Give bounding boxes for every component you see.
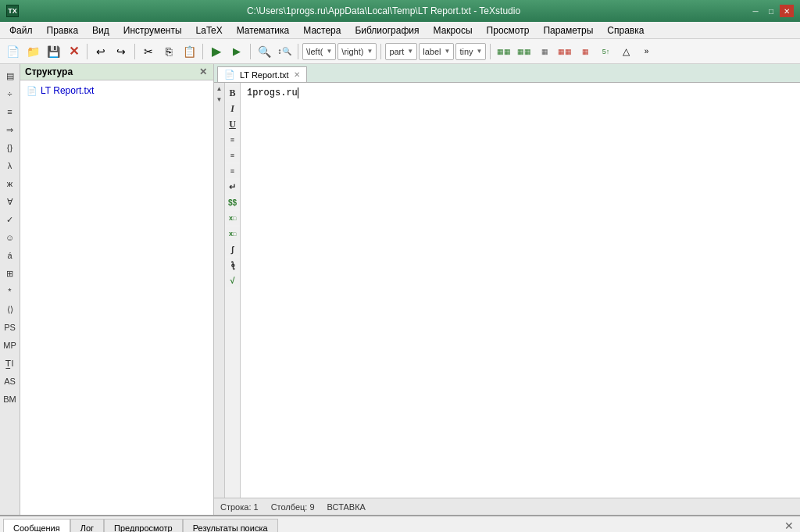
tab-icon: 📄 (224, 70, 235, 80)
align-right-button[interactable]: ≡ (226, 164, 240, 178)
sidebar-icon-15[interactable]: MP (2, 337, 19, 354)
sidebar-icon-18[interactable]: BM (2, 391, 19, 408)
insert-mode: ВСТАВКА (327, 502, 366, 512)
menu-item-просмотр[interactable]: Просмотр (480, 23, 536, 37)
paste-button[interactable]: 📋 (180, 42, 198, 61)
undo-button[interactable]: ↩ (91, 42, 110, 61)
sidebar-icon-3[interactable]: ⇒ (2, 121, 19, 138)
structure-panel: Структура ✕ 📄 LT Report.txt (20, 64, 214, 515)
math-inline-button[interactable]: $$ (226, 195, 240, 209)
bottom-tab-preview[interactable]: Предпросмотр (104, 519, 183, 532)
structure-file-name: LT Report.txt (41, 85, 94, 96)
integral-button[interactable]: ∫ (226, 242, 240, 256)
right-bracket-dropdown[interactable]: \right) ▼ (338, 43, 377, 60)
format-toolbar: B I U ≡ ≡ ≡ ↵ $$ x□ x□ ∫ ∮ √ (225, 83, 241, 498)
menu-item-математика[interactable]: Математика (230, 23, 296, 37)
align-center-button[interactable]: ≡ (226, 148, 240, 162)
menu-item-latex[interactable]: LaTeX (190, 23, 229, 37)
sidebar-icon-8[interactable]: ✓ (2, 211, 19, 228)
bottom-tab-search-results[interactable]: Результаты поиска (183, 519, 278, 532)
menu-item-справка[interactable]: Справка (601, 23, 650, 37)
sidebar-icon-7[interactable]: ∀ (2, 193, 19, 210)
underline-button[interactable]: U (226, 117, 240, 131)
editor-area: 📄 LT Report.txt ✕ ▲ ▼ B I U ≡ ≡ ≡ ↵ $$ (214, 64, 800, 515)
table-button-6[interactable]: 5↑ (596, 42, 615, 61)
editor-tab[interactable]: 📄 LT Report.txt ✕ (217, 66, 307, 82)
align-left-button[interactable]: ≡ (226, 133, 240, 147)
window-title: C:\Users\1progs.ru\AppData\Local\Temp\LT… (19, 5, 748, 16)
sidebar-icon-4[interactable]: {} (2, 139, 19, 156)
sidebar-icon-1[interactable]: ÷ (2, 85, 19, 102)
superscript-button[interactable]: x□ (226, 211, 240, 225)
bottom-tab-messages[interactable]: Сообщения (3, 519, 70, 532)
sidebar-icon-0[interactable]: ▤ (2, 67, 19, 84)
sidebar-icon-14[interactable]: PS (2, 319, 19, 336)
save-button[interactable]: 💾 (44, 42, 62, 61)
redo-button[interactable]: ↪ (112, 42, 130, 61)
build-button[interactable]: ▶ (207, 42, 226, 61)
structure-title: Структура (25, 66, 73, 77)
sidebar-icon-17[interactable]: AS (2, 373, 19, 390)
new-file-button[interactable]: 📄 (3, 42, 22, 61)
menu-item-параметры[interactable]: Параметры (537, 23, 599, 37)
table-button-5[interactable]: ▦ (576, 42, 595, 61)
search-button[interactable]: 🔍 (255, 42, 273, 61)
tiny-dropdown[interactable]: tiny ▼ (455, 43, 486, 60)
table-button-4[interactable]: ▦▦ (555, 42, 574, 61)
menu-item-библиография[interactable]: Библиография (348, 23, 425, 37)
maximize-button[interactable]: □ (764, 5, 778, 17)
replace-button[interactable]: ↕🔍 (275, 42, 294, 61)
bottom-tab-log[interactable]: Лог (70, 519, 104, 532)
table-button-2[interactable]: ▦▦ (515, 42, 534, 61)
sidebar-icon-5[interactable]: λ (2, 157, 19, 174)
editor-content[interactable]: 1progs.ru (241, 83, 800, 498)
menu-item-правка[interactable]: Правка (41, 23, 85, 37)
triangle-button[interactable]: △ (616, 42, 635, 61)
sidebar-icon-10[interactable]: á (2, 247, 19, 264)
menu-item-вид[interactable]: Вид (86, 23, 116, 37)
sidebar-icon-2[interactable]: ≡ (2, 103, 19, 120)
tab-close-button[interactable]: ✕ (294, 70, 300, 79)
sqrt-button[interactable]: √ (226, 273, 240, 287)
table-button-1[interactable]: ▦▦ (495, 42, 513, 61)
sidebar-icon-6[interactable]: ж (2, 175, 19, 192)
oint-button[interactable]: ∮ (226, 258, 240, 272)
sidebar-icon-13[interactable]: ⟨⟩ (2, 301, 19, 318)
sidebar-icon-11[interactable]: ⊞ (2, 265, 19, 282)
editor-scroll-strip: ▲ ▼ (214, 83, 225, 498)
bold-button[interactable]: B (226, 86, 240, 100)
structure-file-item[interactable]: 📄 LT Report.txt (27, 84, 207, 98)
subscript-button[interactable]: x□ (226, 227, 240, 241)
toolbar: 📄 📁 💾 ✕ ↩ ↪ ✂ ⎘ 📋 ▶ ▶ 🔍 ↕🔍 \left( ▼ \rig… (0, 39, 800, 64)
minimize-button[interactable]: ─ (748, 5, 762, 17)
close-file-button[interactable]: ✕ (64, 42, 83, 61)
toolbar-separator-1 (87, 44, 88, 59)
scroll-down-button[interactable]: ▼ (214, 94, 225, 105)
menu-item-файл[interactable]: Файл (3, 23, 39, 37)
structure-content: 📄 LT Report.txt (20, 80, 213, 101)
open-file-button[interactable]: 📁 (23, 42, 42, 61)
sidebar-icon-16[interactable]: T̲I (2, 355, 19, 372)
sidebar-icon-9[interactable]: ☺ (2, 229, 19, 246)
copy-button[interactable]: ⎘ (159, 42, 178, 61)
structure-close-button[interactable]: ✕ (198, 66, 209, 77)
tab-bar: 📄 LT Report.txt ✕ (214, 64, 800, 83)
close-button[interactable]: ✕ (780, 5, 794, 17)
menu-item-макросы[interactable]: Макросы (427, 23, 479, 37)
structure-header: Структура ✕ (20, 64, 213, 80)
scroll-up-button[interactable]: ▲ (214, 83, 225, 94)
run-button[interactable]: ▶ (227, 42, 246, 61)
italic-button[interactable]: I (226, 102, 240, 116)
menu-item-мастера[interactable]: Мастера (297, 23, 347, 37)
left-bracket-dropdown[interactable]: \left( ▼ (302, 43, 336, 60)
table-button-3[interactable]: ▦ (535, 42, 554, 61)
part-dropdown[interactable]: part ▼ (385, 43, 417, 60)
more-button[interactable]: » (637, 42, 655, 61)
enter-button[interactable]: ↵ (226, 180, 240, 194)
sidebar-icon-12[interactable]: * (2, 283, 19, 300)
cut-button[interactable]: ✂ (139, 42, 158, 61)
label-dropdown[interactable]: label ▼ (419, 43, 454, 60)
bottom-panel-close-button[interactable]: ✕ (784, 520, 794, 533)
title-bar: TX C:\Users\1progs.ru\AppData\Local\Temp… (0, 0, 800, 22)
menu-item-инструменты[interactable]: Инструменты (117, 23, 188, 37)
